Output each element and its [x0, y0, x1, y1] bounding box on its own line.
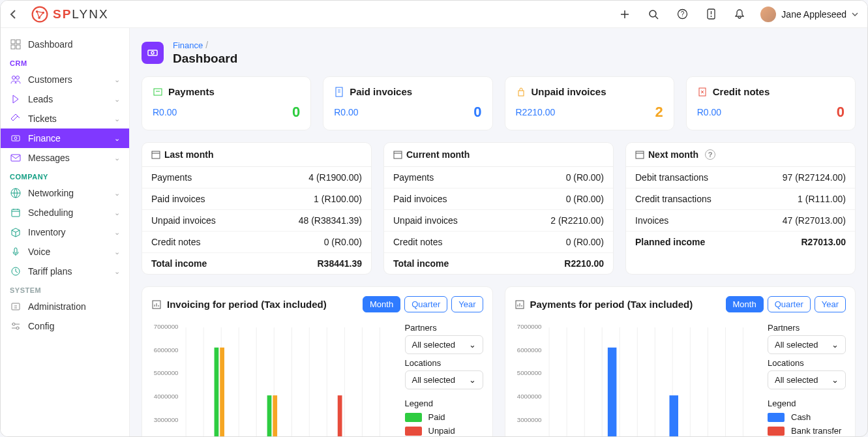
unpaid-invoices-icon: [516, 87, 526, 97]
table-row-total: Total incomeR38441.39: [142, 253, 371, 274]
period-month-button[interactable]: Month: [363, 296, 400, 312]
svg-rect-17: [11, 155, 20, 161]
config-icon: [10, 321, 22, 331]
invoicing-chart: 70000006000000500000040000003000000: [151, 319, 397, 436]
svg-point-26: [151, 52, 154, 54]
card-invoicing-chart: Invoicing for period (Tax included) Mont…: [142, 286, 493, 436]
page-header: Finance / Dashboard: [142, 40, 856, 66]
sidebar: Dashboard CRM Customers⌄ Leads⌄ Tickets⌄…: [1, 28, 130, 436]
sidebar-item-customers[interactable]: Customers⌄: [1, 70, 129, 89]
svg-rect-12: [16, 45, 20, 49]
main-content: Finance / Dashboard Payments R0.000 Paid…: [130, 28, 867, 436]
info-icon[interactable]: ?: [705, 149, 715, 160]
svg-text:7000000: 7000000: [154, 323, 179, 330]
kpi-paid-invoices: Paid invoices R0.000: [323, 76, 492, 130]
svg-point-24: [16, 327, 19, 329]
table-row: Paid invoices0 (R0.00): [384, 188, 613, 210]
page-title: Dashboard: [173, 52, 237, 66]
svg-text:4000000: 4000000: [154, 393, 179, 400]
svg-rect-19: [12, 209, 20, 217]
tariff-icon: [10, 266, 22, 277]
calendar-icon: [635, 150, 644, 159]
sidebar-item-finance[interactable]: Finance⌄: [1, 128, 129, 148]
sidebar-item-administration[interactable]: Administration: [1, 297, 129, 316]
sidebar-item-dashboard[interactable]: Dashboard: [1, 35, 129, 54]
sidebar-item-voice[interactable]: Voice⌄: [1, 242, 129, 262]
help-icon[interactable]: ?: [672, 4, 693, 25]
locations-select[interactable]: All selected⌄: [768, 370, 846, 389]
chevron-down-icon: [852, 12, 858, 16]
search-icon[interactable]: [643, 4, 664, 25]
locations-select[interactable]: All selected⌄: [405, 370, 483, 389]
avatar: [760, 7, 776, 22]
chevron-down-icon: ⌄: [114, 134, 120, 143]
sidebar-section-crm: CRM: [1, 54, 129, 70]
svg-point-16: [14, 137, 17, 140]
table-row: Invoices47 (R27013.00): [626, 210, 855, 232]
svg-rect-25: [148, 50, 157, 55]
svg-text:3000000: 3000000: [154, 416, 179, 423]
chevron-down-icon: ⌄: [114, 209, 120, 217]
sidebar-item-tariff[interactable]: Tariff plans⌄: [1, 262, 129, 281]
svg-rect-11: [11, 45, 15, 49]
table-row: Payments4 (R1900.00): [142, 167, 371, 188]
kpi-payments: Payments R0.000: [142, 76, 311, 130]
messages-icon: [10, 153, 22, 163]
users-icon: [10, 74, 22, 85]
sidebar-section-company: COMPANY: [1, 168, 129, 183]
chevron-down-icon: ⌄: [114, 154, 120, 162]
sidebar-section-system: SYSTEM: [1, 281, 129, 297]
svg-rect-33: [636, 151, 644, 158]
user-menu[interactable]: Jane Appleseed: [760, 7, 858, 22]
sidebar-item-tickets[interactable]: Tickets⌄: [1, 109, 129, 128]
calendar-icon: [151, 150, 160, 159]
sidebar-item-messages[interactable]: Messages⌄: [1, 148, 129, 168]
leads-icon: [10, 94, 22, 104]
user-name: Jane Appleseed: [781, 9, 846, 20]
breadcrumb-link[interactable]: Finance: [173, 40, 203, 50]
svg-point-13: [12, 76, 16, 80]
svg-rect-54: [267, 395, 272, 436]
svg-text:3000000: 3000000: [516, 416, 541, 423]
period-quarter-button[interactable]: Quarter: [768, 296, 811, 312]
chevron-down-icon: ⌄: [114, 189, 120, 198]
svg-rect-10: [16, 40, 20, 44]
sidebar-item-networking[interactable]: Networking⌄: [1, 183, 129, 203]
table-row: Unpaid invoices48 (R38341.39): [142, 210, 371, 232]
table-row: Credit notes0 (R0.00): [142, 232, 371, 253]
chevron-down-icon: ⌄: [114, 115, 120, 123]
add-icon[interactable]: [614, 4, 635, 25]
svg-point-14: [16, 76, 20, 80]
table-row: Unpaid invoices2 (R2210.00): [384, 210, 613, 232]
partners-select[interactable]: All selected⌄: [405, 335, 483, 354]
svg-rect-55: [273, 395, 277, 436]
sidebar-item-inventory[interactable]: Inventory⌄: [1, 222, 129, 242]
chevron-down-icon: ⌄: [114, 267, 120, 276]
table-row-total: Planned incomeR27013.00: [626, 232, 855, 252]
bell-icon[interactable]: [729, 4, 750, 25]
chevron-down-icon: ⌄: [114, 248, 120, 256]
period-month-button[interactable]: Month: [726, 296, 764, 312]
chart-side-panel: Partners All selected⌄ Locations All sel…: [405, 319, 483, 436]
sidebar-item-scheduling[interactable]: Scheduling⌄: [1, 203, 129, 222]
svg-text:6000000: 6000000: [516, 346, 541, 354]
card-current-month: Current month Payments0 (R0.00) Paid inv…: [383, 142, 614, 275]
back-button[interactable]: [10, 9, 23, 20]
docs-icon[interactable]: [700, 4, 721, 25]
period-year-button[interactable]: Year: [815, 296, 846, 312]
sidebar-item-leads[interactable]: Leads⌄: [1, 89, 129, 109]
period-quarter-button[interactable]: Quarter: [404, 296, 447, 312]
kpi-credit-notes: Credit notes R0.000: [686, 76, 856, 130]
partners-select[interactable]: All selected⌄: [768, 335, 846, 354]
payments-icon: [153, 87, 163, 97]
topbar: SPLYNX ? Jane Appleseed: [1, 1, 867, 28]
sidebar-item-config[interactable]: Config: [1, 316, 129, 336]
svg-rect-75: [607, 348, 616, 436]
chevron-down-icon: ⌄: [831, 375, 839, 385]
svg-rect-52: [215, 348, 219, 436]
svg-text:7000000: 7000000: [516, 323, 541, 330]
mic B voice-icon: [10, 247, 22, 257]
period-year-button[interactable]: Year: [451, 296, 483, 312]
svg-text:6000000: 6000000: [154, 346, 179, 354]
logo-icon: [31, 5, 49, 23]
